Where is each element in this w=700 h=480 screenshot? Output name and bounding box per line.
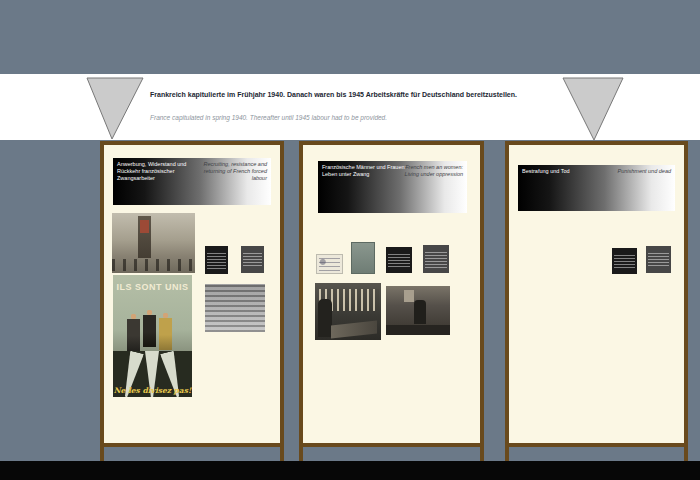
panel-2-title-english: French men an women: Living under oppres… [391, 164, 463, 178]
plaque-text-lines [425, 252, 447, 268]
column-poster-patch [140, 220, 149, 233]
exhibit-panel-living-under-oppression: Französische Männer und Frauen: Leben un… [299, 141, 484, 447]
floor [0, 461, 700, 480]
text-plaque[interactable] [646, 246, 671, 273]
panel-leg [480, 447, 484, 461]
letter-text-lines [319, 258, 340, 271]
ils-sont-unis-poster[interactable]: ILS SONT UNIS Ne les divisez pas! [113, 275, 192, 397]
panel-leg [100, 447, 104, 461]
text-plaque[interactable] [205, 246, 228, 274]
workshop-bench [386, 325, 450, 335]
crowd-photo[interactable] [205, 284, 265, 332]
exhibit-panel-punishment: Bestrafung und Tod Punishment und dead [505, 141, 688, 447]
green-document[interactable] [351, 242, 375, 274]
exhibit-panel-recruiting: Anwerbung, Widerstand und Rückkehr franz… [100, 141, 284, 447]
plaque-text-lines [648, 253, 669, 268]
text-plaque[interactable] [241, 246, 264, 273]
text-plaque[interactable] [386, 247, 412, 273]
triangle-down-icon-left [85, 77, 145, 140]
panel-3-header: Bestrafung und Tod Punishment und dead [518, 165, 675, 211]
text-plaque[interactable] [423, 245, 449, 273]
plaque-text-lines [243, 253, 262, 268]
exhibition-room: Frankreich kapitulierte im Frühjahr 1940… [0, 0, 700, 480]
pedestrians-silhouettes [112, 259, 195, 271]
poster-figure-left [127, 313, 140, 351]
advertising-column [138, 216, 151, 258]
panel-2-header: Französische Männer und Frauen: Leben un… [318, 161, 467, 213]
panel-1-header: Anwerbung, Widerstand und Rückkehr franz… [113, 158, 271, 205]
panel-1-title-german: Anwerbung, Widerstand und Rückkehr franz… [117, 161, 197, 182]
workshop-photo[interactable] [386, 286, 450, 335]
triangle-down-icon-right [561, 77, 625, 141]
text-plaque[interactable] [612, 248, 637, 274]
plaque-text-lines [207, 253, 226, 269]
panel-3-title-english: Punishment und dead [591, 168, 671, 175]
work-table [331, 321, 377, 339]
poster-headline: ILS SONT UNIS [113, 282, 192, 292]
poster-figure-center [143, 309, 156, 347]
panel-leg [299, 447, 303, 461]
street-scene-photo[interactable] [112, 213, 195, 273]
poster-caption: Ne les divisez pas! [113, 386, 192, 395]
panel-leg [505, 447, 509, 461]
letter-document[interactable] [316, 254, 343, 274]
worker-silhouette [414, 300, 426, 324]
banner-text-german: Frankreich kapitulierte im Frühjahr 1940… [150, 91, 630, 98]
workshop-window [404, 290, 414, 302]
poster-figure-right [159, 312, 172, 350]
plaque-text-lines [388, 254, 410, 268]
plaque-text-lines [614, 255, 635, 269]
worker-silhouette [318, 299, 332, 337]
banner-text-english: France capitulated in spring 1940. There… [150, 114, 630, 121]
panel-leg [280, 447, 284, 461]
poster-bottom-section: Ne les divisez pas! [113, 351, 192, 397]
panel-leg [684, 447, 688, 461]
factory-interior-photo[interactable] [315, 283, 381, 340]
panel-1-title-english: Recruiting, resistance and returning of … [201, 161, 267, 182]
